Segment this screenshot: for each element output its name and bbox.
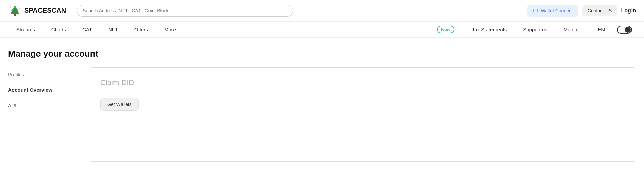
nav-charts-label: Charts [51, 27, 66, 32]
nav-item-tax-statements[interactable]: Tax Statements [464, 22, 515, 38]
nav-offers-label: Offers [134, 27, 148, 32]
sidebar-item-profiles[interactable]: Profiles [8, 67, 84, 82]
content-area: Profiles Account Overview API Claim DID … [8, 67, 636, 162]
nav-item-offers[interactable]: Offers [126, 22, 156, 38]
contact-label: Contact US [588, 8, 612, 14]
search-bar [77, 5, 293, 17]
nav-more-label: More [164, 27, 176, 32]
wallet-connect-label: Wallet Connect [541, 8, 572, 14]
svg-rect-2 [14, 14, 16, 16]
svg-point-3 [10, 7, 11, 8]
nav-cat-label: CAT [82, 27, 92, 32]
nav-nft-label: NFT [108, 27, 118, 32]
toggle-knob [625, 27, 631, 33]
contact-button[interactable]: Contact US [582, 5, 617, 16]
get-wallets-label: Get Wallets [107, 102, 132, 107]
panel-title: Claim DID [100, 78, 625, 87]
nav-item-mainnet[interactable]: Mainnet [556, 22, 590, 38]
svg-point-5 [12, 6, 12, 6]
search-input[interactable] [77, 5, 293, 17]
wallet-icon [533, 8, 539, 14]
nav-item-more[interactable]: More [156, 22, 184, 38]
login-button[interactable]: Login [621, 8, 636, 14]
logo-text: SPACESCAN [24, 7, 66, 15]
nav-item-new-badge[interactable]: New [429, 22, 464, 38]
nav-streams-label: Streams [16, 27, 35, 32]
main: Manage your account Profiles Account Ove… [0, 38, 644, 172]
sidebar-account-overview-label: Account Overview [8, 87, 52, 93]
logo-icon [8, 4, 22, 18]
nav-item-cat[interactable]: CAT [74, 22, 100, 38]
nav-support-label: Support us [523, 27, 547, 32]
header: SPACESCAN Wallet Connect Contact US Logi… [0, 0, 644, 22]
nav-language-label: EN [598, 27, 605, 32]
sidebar-item-account-overview[interactable]: Account Overview [8, 82, 84, 98]
nav: Streams Charts CAT NFT Offers More New T… [0, 22, 644, 38]
new-badge: New [437, 26, 454, 33]
nav-item-toggle[interactable] [613, 22, 636, 38]
get-wallets-button[interactable]: Get Wallets [100, 98, 139, 111]
nav-right: New Tax Statements Support us Mainnet EN [429, 22, 636, 38]
nav-mainnet-label: Mainnet [564, 27, 582, 32]
page-title: Manage your account [8, 49, 636, 59]
nav-item-streams[interactable]: Streams [8, 22, 43, 38]
header-right: Wallet Connect Contact US Login [527, 5, 636, 17]
theme-toggle[interactable] [617, 26, 632, 34]
nav-item-charts[interactable]: Charts [43, 22, 74, 38]
nav-item-nft[interactable]: NFT [100, 22, 126, 38]
sidebar-profiles-label: Profiles [8, 72, 24, 77]
nav-item-support-us[interactable]: Support us [515, 22, 556, 38]
nav-tax-label: Tax Statements [472, 27, 507, 32]
login-label: Login [621, 8, 636, 14]
nav-item-language[interactable]: EN [590, 22, 613, 38]
svg-point-4 [19, 8, 20, 9]
wallet-connect-button[interactable]: Wallet Connect [527, 5, 578, 17]
sidebar-item-api[interactable]: API [8, 98, 84, 113]
logo[interactable]: SPACESCAN [8, 4, 66, 18]
panel: Claim DID Get Wallets [89, 67, 636, 162]
sidebar-api-label: API [8, 103, 16, 108]
sidebar: Profiles Account Overview API [8, 67, 89, 162]
